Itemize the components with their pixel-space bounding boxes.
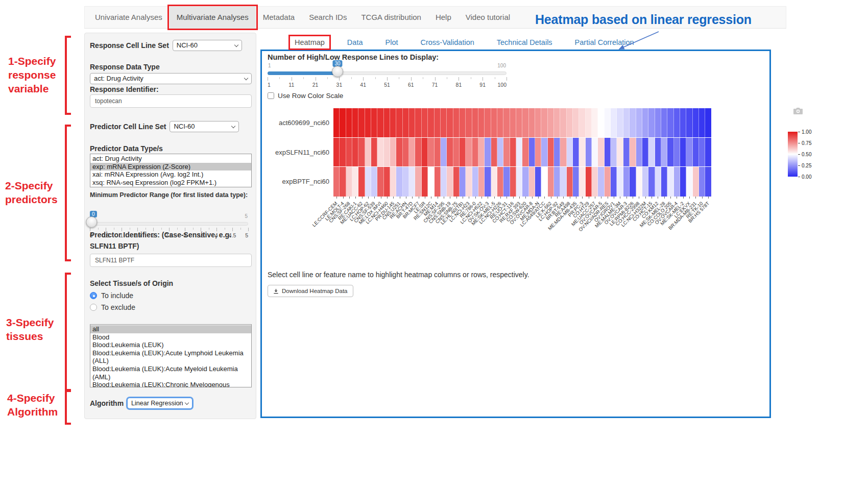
heatmap-cell	[554, 138, 560, 167]
tab-cross-validation[interactable]: Cross-Validation	[417, 37, 477, 47]
legend-tick-label: 0.50	[802, 152, 811, 157]
tissue-include-radio[interactable]: To include	[90, 291, 133, 300]
row-label-expbptf-nci60[interactable]: expBPTF_nci60	[263, 178, 329, 185]
axis-tick	[406, 197, 406, 199]
heatmap-cell	[422, 167, 428, 197]
heatmap-cell	[447, 108, 453, 137]
list-option-xsq-rna-seq-expression-log2-fpkm-1[interactable]: xsq: RNA-seq Expression (log2 FPKM+1.)	[90, 179, 251, 187]
list-option-blood-leukemia-leuk[interactable]: Blood:Leukemia (LEUK)	[90, 341, 251, 349]
slider-track[interactable]	[90, 222, 248, 226]
list-option-blood-leukemia-leuk-acute-myeloid-leukemia-aml[interactable]: Blood:Leukemia (LEUK):Acute Myeloid Leuk…	[90, 365, 251, 381]
predictor-data-type-listbox[interactable]: act: Drug Activityexp: mRNA Expression (…	[90, 154, 252, 187]
heatmap-cell	[592, 108, 598, 137]
response-identifier-input[interactable]	[90, 94, 252, 108]
heatmap-help-text: Select cell line or feature name to high…	[268, 271, 529, 279]
slider-tick	[459, 77, 459, 81]
axis-tick	[412, 197, 413, 199]
axis-tick	[658, 197, 658, 199]
checkbox-unchecked-icon[interactable]	[268, 92, 274, 99]
row-label-act609699-nci60[interactable]: act609699_nci60	[263, 119, 329, 127]
heatmap-cell	[441, 167, 447, 197]
heatmap-cell	[516, 108, 522, 137]
axis-tick	[507, 197, 507, 199]
axis-tick	[368, 197, 369, 199]
heatmap-cell	[674, 138, 680, 167]
heatmap-cell	[623, 167, 630, 197]
download-icon	[273, 288, 279, 294]
predictor-identifiers-input[interactable]	[90, 254, 252, 267]
heatmap-cell	[478, 138, 485, 167]
row-label-expslfn11-nci60[interactable]: expSLFN11_nci60	[263, 149, 329, 156]
list-option-act-drug-activity[interactable]: act: Drug Activity	[90, 155, 251, 163]
heatmap-cell	[485, 108, 491, 137]
heatmap-cell	[472, 167, 478, 197]
nav-item-search-ids[interactable]: Search IDs	[302, 7, 354, 28]
heatmap-cell	[403, 108, 409, 137]
axis-tick	[683, 197, 684, 199]
radio-unselected-icon[interactable]	[90, 304, 97, 311]
annotation-arrow-icon	[605, 29, 666, 53]
heatmap-cell	[693, 108, 699, 137]
slider-tick	[507, 77, 507, 81]
response-cell-line-set-select[interactable]: NCI-60	[173, 40, 242, 51]
legend-tick-label: 0.25	[802, 163, 811, 168]
heatmap-cell	[548, 138, 554, 167]
heatmap-cell	[655, 167, 661, 197]
list-option-exp-mrna-expression-z-score[interactable]: exp: mRNA Expression (Z-Score)	[90, 163, 251, 171]
tissue-exclude-radio[interactable]: To exclude	[90, 303, 135, 311]
radio-selected-icon[interactable]	[90, 292, 97, 299]
slider-tick	[327, 77, 328, 79]
heatmap-cell	[636, 138, 642, 167]
heatmap-cell	[396, 138, 402, 167]
tab-heatmap[interactable]: Heatmap	[291, 37, 328, 47]
list-option-blood-leukemia-leuk-acute-lymphoid-leukemia-all[interactable]: Blood:Leukemia (LEUK):Acute Lymphoid Leu…	[90, 349, 251, 365]
heatmap-cell	[396, 167, 402, 197]
nav-item-univariate-analyses[interactable]: Univariate Analyses	[88, 7, 170, 28]
axis-tick	[532, 197, 533, 199]
heatmap-cell	[435, 108, 441, 137]
list-option-blood-leukemia-leuk-chronic-myelogenous-leukemia-cml[interactable]: Blood:Leukemia (LEUK):Chronic Myelogenou…	[90, 381, 251, 387]
list-option-xai-mrna-expression-avg-log2-int[interactable]: xai: mRNA Expression (Avg. log2 Int.)	[90, 170, 251, 179]
heatmap-cell	[605, 167, 611, 197]
slider-grid-label: 100	[497, 82, 507, 88]
heatmap-cell	[365, 167, 371, 197]
row-color-scale-option[interactable]: Use Row Color Scale	[268, 92, 343, 100]
axis-tick	[525, 197, 526, 199]
nav-item-tcga-distribution[interactable]: TCGA distribution	[354, 7, 428, 28]
response-lines-slider[interactable]: 1 100 30 1112131415161718191100	[268, 60, 507, 89]
heatmap-cell	[522, 108, 528, 137]
heatmap-cell	[352, 167, 358, 197]
response-data-type-select[interactable]: act: Drug Activity	[90, 73, 252, 84]
heatmap-cell	[661, 138, 667, 167]
predictor-cell-line-set-label: Predictor Cell Line Set	[90, 123, 166, 131]
slider-tick	[495, 77, 495, 79]
heatmap-cells[interactable]	[333, 108, 711, 197]
nav-item-video-tutorial[interactable]: Video tutorial	[459, 7, 517, 28]
heatmap-cell	[667, 108, 673, 137]
slider-handle[interactable]	[86, 216, 97, 228]
heatmap-cell	[409, 108, 415, 137]
tissue-listbox[interactable]: allBloodBlood:Leukemia (LEUK)Blood:Leuke…	[90, 324, 252, 387]
list-option-blood[interactable]: Blood	[90, 333, 251, 341]
nav-item-help[interactable]: Help	[428, 7, 459, 28]
heatmap-cell	[667, 138, 673, 167]
tab-technical-details[interactable]: Technical Details	[493, 37, 556, 47]
predictor-cell-line-set-select[interactable]: NCI-60	[170, 121, 239, 132]
annotation-bracket-3	[65, 273, 71, 391]
heatmap-cell	[371, 167, 377, 197]
nav-item-multivariate-analyses[interactable]: Multivariate Analyses	[170, 7, 256, 28]
tab-data[interactable]: Data	[344, 37, 367, 47]
slider-handle[interactable]	[332, 66, 343, 77]
algorithm-select[interactable]: Linear Regression	[127, 398, 192, 409]
tab-plot[interactable]: Plot	[381, 37, 401, 47]
list-option-all[interactable]: all	[90, 325, 251, 333]
camera-icon[interactable]	[793, 107, 803, 117]
axis-tick	[557, 197, 558, 199]
heatmap-cell	[371, 108, 377, 137]
download-heatmap-data-button[interactable]: Download Heatmap Data	[268, 285, 353, 297]
slider-grid-label: 51	[384, 82, 390, 88]
heatmap-cell	[686, 138, 692, 167]
heatmap-cell	[510, 108, 516, 137]
heatmap-cell	[333, 108, 340, 137]
nav-item-metadata[interactable]: Metadata	[256, 7, 302, 28]
